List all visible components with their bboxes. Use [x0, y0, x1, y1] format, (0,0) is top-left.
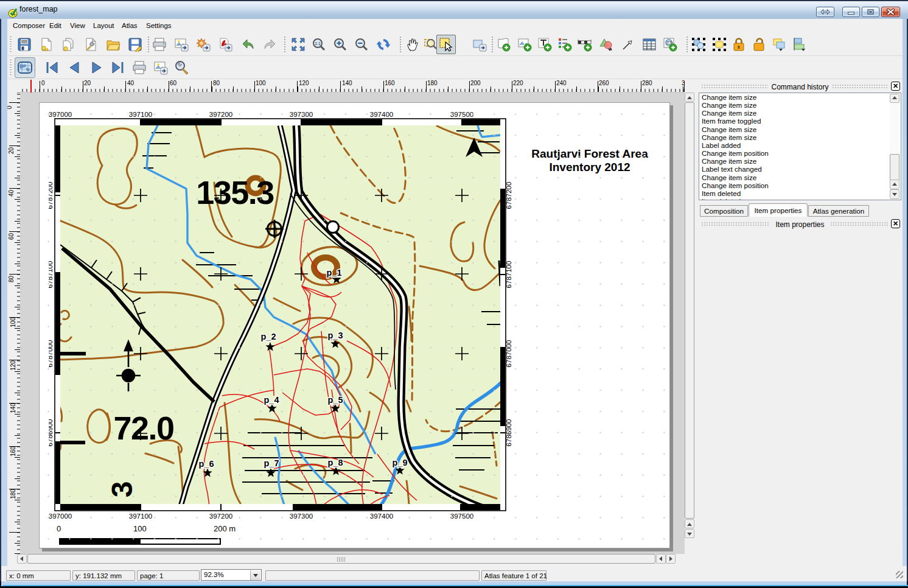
svg-text:6787100: 6787100 [49, 261, 54, 289]
svg-text:397200: 397200 [209, 513, 232, 520]
svg-text:p_7: p_7 [264, 458, 279, 468]
svg-text:p_3: p_3 [328, 331, 343, 340]
svg-text:72.0: 72.0 [113, 410, 173, 446]
svg-text:p_4: p_4 [264, 395, 279, 405]
svg-text:397200: 397200 [209, 111, 232, 118]
svg-text:6787000: 6787000 [505, 340, 512, 368]
svg-text:397000: 397000 [49, 111, 72, 118]
svg-text:6787200: 6787200 [505, 182, 512, 209]
svg-text:1:1: 1:1 [315, 41, 321, 46]
svg-text:135.3: 135.3 [196, 174, 274, 211]
svg-text:p_1: p_1 [327, 268, 342, 278]
svg-text:p_8: p_8 [328, 458, 343, 467]
svg-text:6786900: 6786900 [505, 419, 512, 447]
svg-text:p_6: p_6 [199, 459, 214, 469]
svg-text:397100: 397100 [129, 513, 152, 520]
svg-text:6786900: 6786900 [49, 419, 54, 447]
svg-text:p_9: p_9 [393, 458, 408, 467]
svg-text:397300: 397300 [290, 111, 313, 118]
svg-text:6787000: 6787000 [49, 340, 54, 368]
svg-text:397400: 397400 [370, 111, 393, 118]
svg-text:3: 3 [106, 481, 138, 498]
svg-text:397500: 397500 [450, 111, 473, 118]
svg-text:397500: 397500 [450, 513, 473, 520]
svg-text:397300: 397300 [290, 513, 313, 520]
svg-text:6787100: 6787100 [505, 261, 512, 289]
svg-text:397000: 397000 [49, 513, 72, 520]
svg-text:397100: 397100 [129, 111, 152, 118]
svg-text:6787200: 6787200 [49, 182, 54, 209]
svg-text:p_5: p_5 [328, 395, 343, 405]
svg-text:p_2: p_2 [261, 332, 276, 341]
svg-text:397400: 397400 [370, 513, 393, 520]
